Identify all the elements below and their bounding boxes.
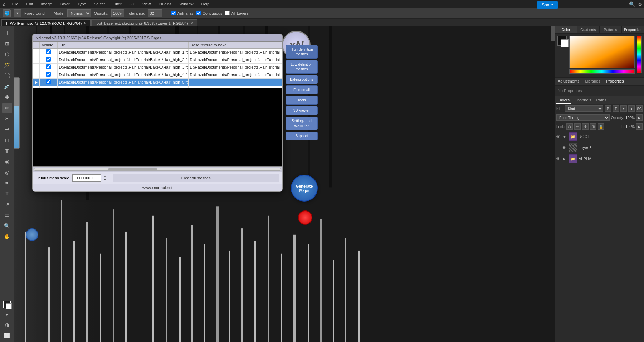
tool-shape[interactable]: ▭ [2, 210, 12, 220]
menu-file[interactable]: File [11, 1, 20, 7]
tab-patterns[interactable]: Patterns [600, 26, 622, 33]
color-gradient-picker[interactable] [569, 36, 635, 68]
tab-properties2[interactable]: Properties [603, 78, 627, 85]
clear-meshes-button[interactable]: Clear all meshes [113, 174, 279, 182]
background-swatch[interactable] [561, 39, 569, 47]
filter-icon-1[interactable]: P [605, 105, 611, 112]
tool-crop[interactable]: ⛶ [2, 71, 12, 81]
lock-position-icon[interactable]: ✛ [582, 123, 589, 130]
btn-settings-examples[interactable]: Settings andexamples [286, 117, 318, 130]
mesh-table-row[interactable]: D:\Hazel\Documents\Personal_projects\Hai… [33, 56, 282, 64]
scroll-thumb[interactable] [108, 168, 157, 170]
row-visible-checkbox[interactable] [46, 72, 51, 77]
search-icon[interactable]: 🔍 [629, 1, 635, 7]
tab-adjustments[interactable]: Adjustments [555, 78, 582, 85]
lock-transparent-icon[interactable]: ⬡ [566, 123, 573, 130]
btn-high-definition[interactable]: High definitionmeshes [286, 45, 318, 59]
filter-icon-3[interactable]: ✦ [620, 105, 627, 112]
layer-expand-alpha[interactable]: ▶ [563, 157, 567, 161]
btn-tools[interactable]: Tools [286, 96, 318, 105]
tool-pen[interactable]: ✒ [2, 178, 12, 188]
btn-low-definition[interactable]: Low definitionmeshes [286, 60, 318, 74]
scale-spinner[interactable]: ▲▼ [104, 175, 110, 181]
mesh-table-row[interactable]: D:\Hazel\Documents\Personal_projects\Hai… [33, 71, 282, 79]
tool-options-icon[interactable]: ▼ [14, 9, 21, 17]
horizontal-scrollbar[interactable] [33, 167, 282, 172]
filter-icon-4[interactable]: ● [628, 105, 635, 112]
btn-baking-options[interactable]: Baking options [286, 75, 318, 84]
row-visible-checkbox[interactable] [46, 64, 51, 69]
btn-support[interactable]: Support [286, 132, 318, 140]
layer-item-layer3[interactable]: 👁 Layer 3 [555, 142, 644, 153]
quick-mask[interactable]: ◑ [2, 320, 12, 330]
row-visible-checkbox[interactable] [46, 79, 51, 84]
tab-paths[interactable]: Paths [595, 97, 608, 104]
lock-artboard-icon[interactable]: ⊞ [590, 123, 596, 130]
menu-edit[interactable]: Edit [25, 1, 35, 7]
layer-item-alpha[interactable]: 👁 ▶ 📁 ALPHA [555, 153, 644, 164]
lock-all-icon[interactable]: 🔒 [598, 123, 604, 130]
menu-help[interactable]: Help [200, 1, 211, 7]
tool-zoom[interactable]: 🔍 [2, 221, 12, 231]
fill-arrow[interactable]: ▶ [636, 123, 643, 130]
mesh-table-row[interactable] [33, 86, 282, 88]
tool-eyedropper[interactable]: 💉 [2, 81, 12, 91]
scroll-track[interactable] [34, 168, 281, 171]
tab-wolfhair[interactable]: T_WolfHair_psd @ 12.5% (ROOT, RGB/84) ✕ [1, 19, 91, 26]
foreground-color[interactable] [3, 301, 11, 308]
menu-image[interactable]: Image [40, 1, 54, 7]
tool-artboard[interactable]: ⊞ [2, 39, 12, 49]
filter-icon-2[interactable]: T [613, 105, 619, 112]
row-visible-checkbox[interactable] [46, 57, 51, 62]
mesh-table-row[interactable]: D:\Hazel\Documents\Personal_projects\Hai… [33, 64, 282, 71]
menu-filter[interactable]: Filter [111, 1, 123, 7]
tab-wolfhair-close[interactable]: ✕ [84, 21, 87, 25]
tool-bucket-icon[interactable]: 🪣 [3, 9, 11, 17]
mesh-table-row[interactable]: ▶D:\Hazel\Documents\Personal_projects\Ha… [33, 79, 282, 86]
layer-item-root[interactable]: 👁 ▼ 📁 ROOT [555, 131, 644, 142]
layer-eye-layer3[interactable]: 👁 [562, 145, 567, 150]
contiguous-checkbox[interactable] [196, 11, 201, 15]
menu-layer[interactable]: Layer [58, 1, 71, 7]
switch-colors[interactable]: ⇄ [2, 309, 12, 319]
tab-layers[interactable]: Layers [556, 97, 571, 104]
settings-icon[interactable]: ⚙ [638, 1, 643, 7]
tool-brush[interactable]: ✏ [2, 103, 12, 113]
tab-basetex[interactable]: root_baseTexBaked.png @ 8.33% (Layer 1, … [91, 19, 197, 26]
menu-plugins[interactable]: Plugins [157, 1, 173, 7]
menu-3d[interactable]: 3D [128, 1, 136, 7]
foreground-swatch[interactable] [557, 36, 567, 46]
tab-gradients[interactable]: Gradients [577, 26, 599, 33]
tab-libraries[interactable]: Libraries [582, 78, 603, 85]
lock-image-icon[interactable]: ✏ [574, 123, 581, 130]
tool-magic-wand[interactable]: 🪄 [2, 60, 12, 70]
screen-mode[interactable]: ⬜ [2, 331, 12, 341]
row-visible-checkbox[interactable] [46, 49, 51, 54]
tab-basetex-close[interactable]: ✕ [190, 21, 193, 25]
layer-expand-root[interactable]: ▼ [563, 135, 567, 139]
anti-alias-checkbox[interactable] [171, 11, 176, 15]
menu-type[interactable]: Type [76, 1, 88, 7]
mesh-scale-input[interactable] [72, 174, 101, 182]
blend-mode-dropdown[interactable]: Pass Through [556, 114, 610, 121]
layer-eye-root[interactable]: 👁 [556, 134, 561, 139]
tolerance-input[interactable] [148, 9, 162, 17]
collapse-right-panel-btn[interactable]: ‹ [551, 26, 555, 41]
tool-text[interactable]: T [2, 189, 12, 199]
tool-hand[interactable]: ✋ [2, 232, 12, 242]
tab-properties[interactable]: Properties [622, 26, 644, 33]
filter-icon-5[interactable]: SC [636, 105, 643, 112]
menu-window[interactable]: Window [178, 1, 195, 7]
layer-eye-alpha[interactable]: 👁 [556, 157, 561, 161]
menu-select[interactable]: Select [93, 1, 107, 7]
btn-3d-viewer[interactable]: 3D Viewer [286, 106, 318, 115]
tool-history-brush[interactable]: ↩ [2, 124, 12, 134]
home-icon[interactable]: ⌂ [3, 1, 6, 7]
share-button[interactable]: Share [537, 1, 558, 9]
tool-move[interactable]: ✛ [2, 28, 12, 38]
mode-dropdown[interactable]: Normal [67, 9, 91, 17]
btn-fine-detail[interactable]: Fine detail [286, 85, 318, 94]
opacity-arrow[interactable]: ▶ [636, 114, 643, 121]
tool-blur[interactable]: ◉ [2, 157, 12, 167]
tool-lasso[interactable]: ⬡ [2, 49, 12, 59]
